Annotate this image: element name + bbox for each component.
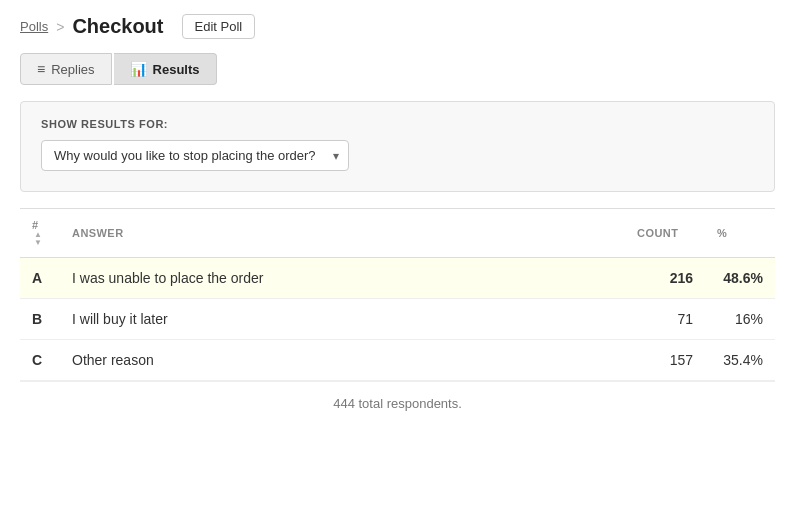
filter-select[interactable]: Why would you like to stop placing the o… bbox=[41, 140, 349, 171]
cell-letter: A bbox=[20, 258, 60, 299]
filter-panel: SHOW RESULTS FOR: Why would you like to … bbox=[20, 101, 775, 192]
cell-pct: 16% bbox=[705, 299, 775, 340]
cell-pct: 35.4% bbox=[705, 340, 775, 381]
cell-count: 157 bbox=[625, 340, 705, 381]
tab-bar: ≡ Replies 📊 Results bbox=[0, 49, 795, 97]
cell-answer: I will buy it later bbox=[60, 299, 625, 340]
cell-count: 216 bbox=[625, 258, 705, 299]
cell-letter: B bbox=[20, 299, 60, 340]
cell-answer: Other reason bbox=[60, 340, 625, 381]
sort-icon: ▲▼ bbox=[34, 231, 42, 247]
tab-replies-label: Replies bbox=[51, 62, 94, 77]
table-header-row: # ▲▼ ANSWER COUNT % bbox=[20, 209, 775, 258]
breadcrumb: Polls > Checkout Edit Poll bbox=[0, 0, 795, 49]
filter-label: SHOW RESULTS FOR: bbox=[41, 118, 754, 130]
tab-replies[interactable]: ≡ Replies bbox=[20, 53, 112, 85]
results-table: # ▲▼ ANSWER COUNT % A I was unable to pl… bbox=[20, 208, 775, 381]
results-icon: 📊 bbox=[130, 61, 147, 77]
cell-pct: 48.6% bbox=[705, 258, 775, 299]
table-row: A I was unable to place the order 216 48… bbox=[20, 258, 775, 299]
cell-count: 71 bbox=[625, 299, 705, 340]
table-row: B I will buy it later 71 16% bbox=[20, 299, 775, 340]
col-header-hash: # ▲▼ bbox=[20, 209, 60, 258]
table-row: C Other reason 157 35.4% bbox=[20, 340, 775, 381]
filter-select-wrap: Why would you like to stop placing the o… bbox=[41, 140, 349, 171]
col-header-count: COUNT bbox=[625, 209, 705, 258]
table-footer: 444 total respondents. bbox=[20, 381, 775, 425]
edit-poll-button[interactable]: Edit Poll bbox=[182, 14, 256, 39]
replies-icon: ≡ bbox=[37, 61, 45, 77]
col-header-pct: % bbox=[705, 209, 775, 258]
breadcrumb-current: Checkout bbox=[72, 15, 163, 38]
breadcrumb-polls-link[interactable]: Polls bbox=[20, 19, 48, 34]
tab-results-label: Results bbox=[153, 62, 200, 77]
results-table-wrap: # ▲▼ ANSWER COUNT % A I was unable to pl… bbox=[20, 208, 775, 381]
cell-answer: I was unable to place the order bbox=[60, 258, 625, 299]
col-header-answer: ANSWER bbox=[60, 209, 625, 258]
tab-results[interactable]: 📊 Results bbox=[114, 53, 217, 85]
cell-letter: C bbox=[20, 340, 60, 381]
breadcrumb-separator: > bbox=[56, 19, 64, 35]
